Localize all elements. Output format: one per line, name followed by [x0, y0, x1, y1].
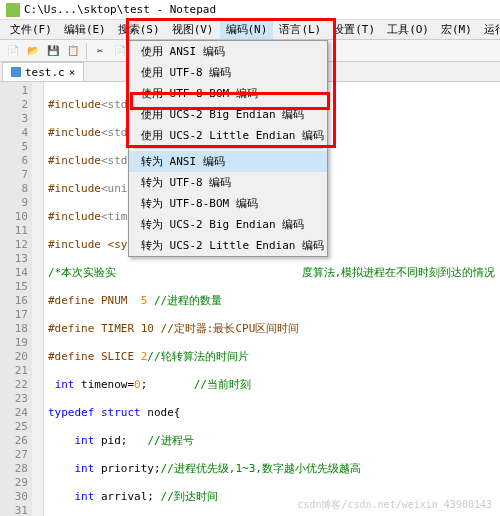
dd-convert-utf8[interactable]: 转为 UTF-8 编码	[129, 172, 327, 193]
menu-edit[interactable]: 编辑(E)	[58, 20, 112, 39]
line-gutter: 1234567891011121314151617181920212223242…	[0, 82, 32, 516]
window-title: C:\Us...\sktop\test - Notepad	[24, 3, 216, 16]
tab-close[interactable]: ×	[69, 66, 76, 79]
menu-search[interactable]: 搜索(S)	[112, 20, 166, 39]
menubar: 文件(F) 编辑(E) 搜索(S) 视图(V) 编码(N) 语言(L) 设置(T…	[0, 20, 500, 40]
new-icon[interactable]: 📄	[4, 42, 22, 60]
menu-run[interactable]: 运行(R)	[478, 20, 500, 39]
menu-file[interactable]: 文件(F)	[4, 20, 58, 39]
dd-convert-ucs2be[interactable]: 转为 UCS-2 Big Endian 编码	[129, 214, 327, 235]
fold-gutter	[32, 82, 44, 516]
encoding-dropdown: 使用 ANSI 编码 使用 UTF-8 编码 使用 UTF-8-BOM 编码 使…	[128, 40, 328, 257]
dd-use-utf8[interactable]: 使用 UTF-8 编码	[129, 62, 327, 83]
save-icon[interactable]: 💾	[44, 42, 62, 60]
dd-use-utf8bom[interactable]: 使用 UTF-8-BOM 编码	[129, 83, 327, 104]
copy-icon[interactable]: 📄	[111, 42, 129, 60]
menu-tools[interactable]: 工具(O)	[381, 20, 435, 39]
menu-view[interactable]: 视图(V)	[166, 20, 220, 39]
dd-use-ucs2le[interactable]: 使用 UCS-2 Little Endian 编码	[129, 125, 327, 146]
menu-lang[interactable]: 语言(L)	[273, 20, 327, 39]
menu-macro[interactable]: 宏(M)	[435, 20, 478, 39]
dd-convert-ucs2le[interactable]: 转为 UCS-2 Little Endian 编码	[129, 235, 327, 256]
dd-convert-utf8bom[interactable]: 转为 UTF-8-BOM 编码	[129, 193, 327, 214]
menu-encoding[interactable]: 编码(N)	[220, 20, 274, 39]
tab-testc[interactable]: test.c ×	[2, 62, 84, 81]
watermark: csdn博客/csdn.net/weixin_43900143	[297, 498, 492, 512]
dd-convert-ansi[interactable]: 转为 ANSI 编码	[129, 151, 327, 172]
dd-use-ucs2be[interactable]: 使用 UCS-2 Big Endian 编码	[129, 104, 327, 125]
dd-use-ansi[interactable]: 使用 ANSI 编码	[129, 41, 327, 62]
file-icon	[11, 67, 21, 77]
tab-label: test.c	[25, 66, 65, 79]
open-icon[interactable]: 📂	[24, 42, 42, 60]
menu-settings[interactable]: 设置(T)	[327, 20, 381, 39]
cut-icon[interactable]: ✂	[91, 42, 109, 60]
app-icon	[6, 3, 20, 17]
saveall-icon[interactable]: 📋	[64, 42, 82, 60]
